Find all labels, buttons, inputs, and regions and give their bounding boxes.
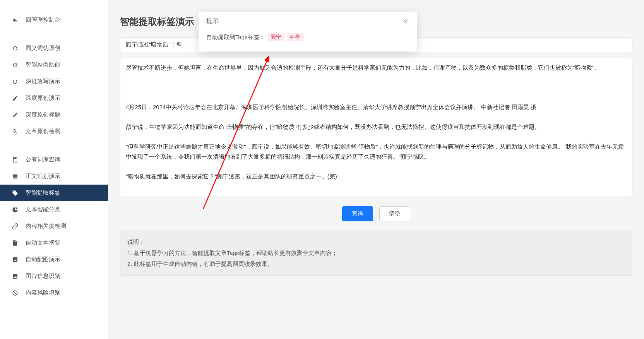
sidebar-back-label: 回管理控制台 — [26, 16, 60, 24]
extracted-tag: 科学 — [287, 33, 304, 41]
info-line: 2. 此标签用于生成自动内链，有助于提高网页收录效果。 — [127, 259, 625, 270]
modal-body: 自动提取到Tags标签： 颜宁 科学 — [199, 29, 417, 51]
modal-header: 提示 — [199, 12, 417, 29]
sidebar-item-label: 同义词伪原创 — [26, 45, 60, 52]
clear-button[interactable]: 清空 — [379, 206, 410, 221]
query-button[interactable]: 查询 — [342, 206, 373, 221]
refresh-icon — [12, 62, 19, 68]
sidebar-item-thesaurus[interactable]: 公有词库查询 — [0, 151, 108, 168]
button-row: 查询 清空 — [120, 202, 632, 225]
sidebar-item-label: 内容相关度检测 — [26, 223, 66, 230]
sidebar-item-label: 文章原创检测 — [26, 128, 60, 135]
file-icon — [12, 240, 19, 247]
sidebar-item-label: 内容风险识别 — [26, 289, 60, 296]
image-icon — [12, 273, 19, 280]
sidebar-item-label: 正文识别演示 — [26, 173, 60, 180]
sidebar-item-label: 智能提取标签 — [26, 189, 60, 197]
sidebar-item-label: 自动文本摘要 — [26, 239, 60, 247]
sidebar-item-label: 深度原创标题 — [26, 111, 60, 118]
link-icon — [12, 223, 19, 230]
sidebar-item-label: 公有词库查询 — [26, 156, 60, 163]
sidebar-item-relevance[interactable]: 内容相关度检测 — [0, 218, 108, 235]
sidebar-item-original-title[interactable]: 深度原创标题 — [0, 106, 108, 123]
sidebar-item-label: 智能AI伪原创 — [26, 61, 60, 68]
sidebar-item-detect[interactable]: 文章原创检测 — [0, 123, 108, 140]
pie-icon — [12, 206, 19, 213]
modal-close-button[interactable] — [402, 17, 409, 25]
sidebar: 回管理控制台 同义词伪原创 智能AI伪原创 深度改写演示 深度原创演示 — [0, 0, 108, 339]
sidebar-back[interactable]: 回管理控制台 — [0, 12, 108, 28]
sidebar-item-risk[interactable]: 内容风险识别 — [0, 284, 108, 301]
refresh-icon — [12, 78, 19, 85]
sidebar-item-imageinfo[interactable]: 图片信息识别 — [0, 268, 108, 284]
search-icon — [12, 128, 19, 135]
edit-icon — [12, 95, 19, 102]
reply-icon — [12, 17, 19, 24]
sidebar-item-label: 文本智能分类 — [26, 206, 60, 213]
edit-icon — [12, 111, 19, 118]
extracted-tag: 颜宁 — [267, 33, 284, 41]
sidebar-item-summary[interactable]: 自动文本摘要 — [0, 235, 108, 251]
sidebar-item-synonym[interactable]: 同义词伪原创 — [0, 40, 108, 56]
modal-dialog: 提示 自动提取到Tags标签： 颜宁 科学 — [199, 12, 417, 51]
image-icon — [12, 256, 19, 263]
sidebar-item-label: 自动配图演示 — [26, 256, 60, 263]
sidebar-item-rewrite[interactable]: 深度改写演示 — [0, 73, 108, 90]
sidebar-item-ai[interactable]: 智能AI伪原创 — [0, 56, 108, 73]
info-box: 说明： 1. 基于机器学习的方法，智能提取文章Tags标签，帮助站长更有效聚合文… — [120, 231, 632, 276]
sidebar-item-autoimage[interactable]: 自动配图演示 — [0, 251, 108, 268]
monitor-icon — [12, 173, 19, 180]
sidebar-item-label: 图片信息识别 — [26, 272, 60, 280]
sidebar-item-body-detect[interactable]: 正文识别演示 — [0, 168, 108, 185]
tag-icon — [12, 190, 19, 197]
info-heading: 说明： — [127, 236, 625, 248]
sidebar-item-classify[interactable]: 文本智能分类 — [0, 201, 108, 218]
sidebar-item-label: 深度改写演示 — [26, 78, 60, 85]
sidebar-item-original-demo[interactable]: 深度原创演示 — [0, 90, 108, 106]
modal-title: 提示 — [206, 17, 219, 25]
book-icon — [12, 156, 19, 163]
info-line: 1. 基于机器学习的方法，智能提取文章Tags标签，帮助站长更有效聚合文章内容； — [127, 248, 625, 259]
ban-icon — [12, 289, 19, 296]
content-textarea[interactable]: 尽管技术不断进步，但她坦言，在生命世界里，因为缺乏合适的检测手段，还有大量分子是… — [120, 58, 632, 197]
refresh-icon — [12, 45, 19, 52]
sidebar-item-label: 深度原创演示 — [26, 94, 60, 102]
sidebar-item-extract-tags[interactable]: 智能提取标签 — [0, 185, 108, 201]
modal-text: 自动提取到Tags标签： — [206, 34, 265, 41]
